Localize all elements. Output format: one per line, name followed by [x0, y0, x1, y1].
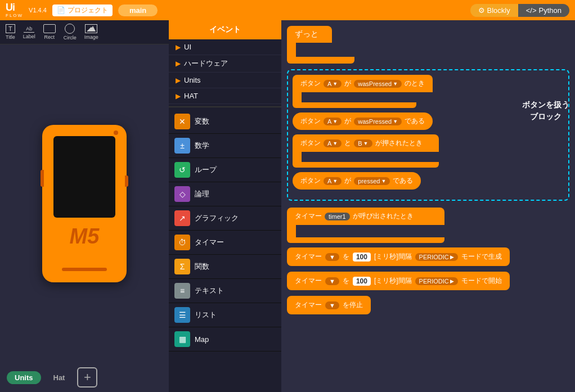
category-hat[interactable]: ▶ HAT	[169, 88, 281, 104]
button-block-4: ボタン A ▼ が pressed ▼ である	[293, 172, 564, 190]
waspressed-pill[interactable]: wasPressed ▼	[354, 80, 402, 88]
subcat-text[interactable]: ≡ テキスト	[169, 279, 281, 303]
subcat-timer[interactable]: ⏱ タイマー	[169, 231, 281, 255]
button-waspressed-hat[interactable]: ボタン A ▼ が wasPressed ▼ のとき	[293, 75, 433, 92]
toolbar-title[interactable]: T Title	[6, 24, 15, 40]
device-button-left	[41, 170, 44, 187]
toolbar-image[interactable]: Image	[84, 24, 98, 40]
toolbar-circle[interactable]: Circle	[64, 24, 77, 40]
app-logo: Ui FLOW	[6, 2, 23, 19]
button-ab-hat[interactable]: ボタン A ▼ と B ▼ が押されたとき	[293, 134, 439, 152]
code-icon: </>	[526, 6, 537, 15]
timer-start-block[interactable]: タイマー ▼ を 100 [ミリ秒]間隔 PERIODIC ▶ モードで開始	[287, 272, 510, 290]
timer-stop-block[interactable]: タイマー ▼ を停止	[287, 296, 371, 314]
button-a-pill[interactable]: A ▼	[324, 80, 342, 88]
subcat-color-function: Σ	[174, 259, 190, 274]
subcat-color-timer: ⏱	[174, 235, 190, 250]
arrow-icon: ▶	[176, 43, 181, 51]
category-units[interactable]: ▶ Units	[169, 73, 281, 88]
button-a-pill-4[interactable]: A ▼	[324, 177, 342, 185]
subcat-math[interactable]: ± 数学	[169, 134, 281, 158]
zutto-block-row: ずっと	[287, 26, 569, 64]
timer-hat-block: タイマー timer1 が呼び出されたとき	[287, 208, 569, 243]
add-button[interactable]: +	[77, 367, 97, 388]
tab-units[interactable]: Units	[7, 371, 41, 384]
subcat-color-graphics: ↗	[174, 210, 190, 226]
bottom-tabs: Units Hat +	[0, 363, 169, 392]
tab-hat[interactable]: Hat	[46, 371, 73, 384]
category-panel: イベント ▶ UI ▶ ハードウェア ▶ Units ▶ HAT ✕ 変数 ±	[169, 20, 281, 392]
subcat-color-variables: ✕	[174, 114, 190, 129]
python-button[interactable]: </> Python	[518, 4, 569, 17]
blockly-icon: ⚙	[478, 6, 485, 15]
subcat-variables[interactable]: ✕ 変数	[169, 110, 281, 134]
subcat-color-map: ▦	[174, 331, 190, 347]
zutto-block[interactable]: ずっと	[287, 26, 332, 43]
timer-selector-stop[interactable]: ▼	[325, 301, 339, 309]
device-screen	[53, 136, 115, 218]
subcat-color-logic: ◇	[174, 186, 190, 202]
blocks-panel: ずっと ボタン A ▼ が wasPressed ▼	[281, 20, 575, 392]
button-block-3: ボタン A ▼ と B ▼ が押されたとき	[293, 134, 564, 168]
device-preview: M5	[42, 125, 127, 282]
arrow-icon: ▶	[176, 76, 181, 84]
button-pressed-boolean[interactable]: ボタン A ▼ が pressed ▼ である	[293, 172, 421, 190]
subcat-graphics[interactable]: ↗ グラフィック	[169, 206, 281, 231]
timer1-pill[interactable]: timer1	[325, 213, 350, 220]
button-a-pill-3[interactable]: A ▼	[324, 139, 342, 147]
device-bottom-bar	[62, 268, 107, 271]
subcat-list[interactable]: ☰ リスト	[169, 303, 281, 327]
version-label: V1.4.4	[29, 7, 47, 13]
timer-selector-start[interactable]: ▼	[325, 277, 339, 285]
pressed-pill[interactable]: pressed ▼	[354, 177, 390, 185]
tab-name-input[interactable]: main	[118, 4, 158, 16]
device-dot	[114, 130, 118, 135]
project-icon: 📄	[57, 6, 65, 14]
project-button[interactable]: 📄 プロジェクト	[52, 4, 113, 16]
subcat-color-text: ≡	[174, 283, 190, 299]
category-ui[interactable]: ▶ UI	[169, 39, 281, 55]
flow-label: FLOW	[6, 13, 23, 19]
toolbar: T Title Ab Label Rect Circle Image	[0, 20, 169, 44]
timer-hat[interactable]: タイマー timer1 が呼び出されたとき	[287, 208, 444, 225]
button-blocks-selection: ボタン A ▼ が wasPressed ▼ のとき ボタン	[287, 69, 569, 201]
category-hardware[interactable]: ▶ ハードウェア	[169, 55, 281, 73]
device-button-right	[125, 175, 128, 187]
timer-selector-create[interactable]: ▼	[325, 253, 339, 261]
periodic-pill-create[interactable]: PERIODIC ▶	[415, 253, 458, 261]
periodic-pill-start[interactable]: PERIODIC ▶	[415, 277, 458, 285]
arrow-icon: ▶	[176, 60, 181, 67]
mode-toggle: ⚙ Blockly </> Python	[470, 4, 569, 17]
subcat-color-list: ☰	[174, 307, 190, 323]
topbar: Ui FLOW V1.4.4 📄 プロジェクト main ⚙ Blockly <…	[0, 0, 575, 20]
subcat-map[interactable]: ▦ Map	[169, 327, 281, 352]
button-waspressed-boolean[interactable]: ボタン A ▼ が wasPressed ▼ である	[293, 112, 433, 130]
subcat-function[interactable]: Σ 関数	[169, 255, 281, 279]
arrow-icon: ▶	[176, 92, 181, 100]
app-name: Ui	[6, 2, 23, 13]
timer-create-block[interactable]: タイマー ▼ を 100 [ミリ秒]間隔 PERIODIC ▶ モードで生成	[287, 247, 510, 266]
subcat-logic[interactable]: ◇ 論理	[169, 182, 281, 206]
subcat-loop[interactable]: ↺ ループ	[169, 158, 281, 182]
toolbar-label[interactable]: Ab Label	[23, 25, 35, 39]
category-header: イベント	[169, 20, 281, 39]
blockly-button[interactable]: ⚙ Blockly	[470, 4, 518, 17]
project-label: プロジェクト	[68, 6, 108, 15]
annotation-text: ボタンを扱うブロック	[522, 99, 569, 123]
waspressed-pill-2[interactable]: wasPressed ▼	[354, 118, 402, 125]
subcat-color-loop: ↺	[174, 162, 190, 178]
subcat-color-math: ±	[174, 138, 190, 154]
button-a-pill-2[interactable]: A ▼	[324, 118, 342, 125]
button-b-pill[interactable]: B ▼	[354, 139, 372, 147]
toolbar-rect[interactable]: Rect	[43, 24, 56, 40]
device-label: M5	[70, 224, 100, 249]
